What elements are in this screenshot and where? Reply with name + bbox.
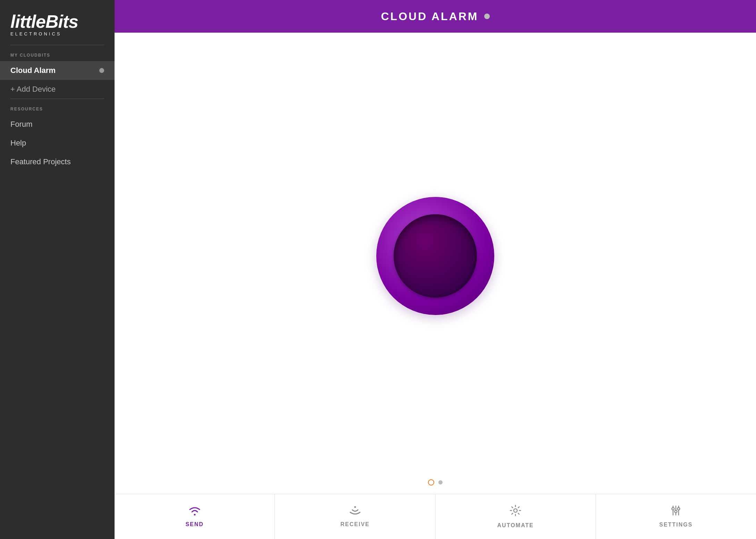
big-button-inner[interactable] [394,214,477,298]
big-button-container [376,33,494,479]
big-button-outer[interactable] [376,197,494,315]
svg-point-0 [194,514,195,516]
tab-settings[interactable]: SETTINGS [596,494,756,539]
sidebar-item-cloud-alarm[interactable]: Cloud Alarm [0,61,115,80]
help-label: Help [10,139,26,148]
svg-point-2 [514,509,517,512]
status-dot [99,68,104,73]
add-device-button[interactable]: + Add Device [0,80,115,99]
tab-receive-label: RECEIVE [341,521,370,528]
bottom-nav: SEND RECEIVE AUTOMATE [115,494,756,539]
cloud-alarm-name: Cloud Alarm [10,66,56,75]
tab-send[interactable]: SEND [115,494,275,539]
tab-send-label: SEND [185,521,203,528]
main-content [115,33,756,494]
logo-main: littleBits [10,13,104,31]
page-header: CLOUD ALARM [115,0,756,33]
my-cloudbits-label: MY CLOUDBITS [0,45,115,61]
resources-label: RESOURCES [0,99,115,115]
logo-sub: ELECTRONICS [10,31,104,36]
tab-receive[interactable]: RECEIVE [275,494,435,539]
settings-icon [670,505,681,518]
sidebar-item-help[interactable]: Help [0,134,115,152]
dots-row [428,479,443,494]
svg-point-7 [675,511,677,513]
tab-settings-label: SETTINGS [659,522,692,528]
send-icon [188,506,201,518]
header-status-dot [484,14,490,19]
sidebar: littleBits ELECTRONICS MY CLOUDBITS Clou… [0,0,115,539]
sidebar-item-featured-projects[interactable]: Featured Projects [0,152,115,171]
tab-automate-label: AUTOMATE [497,522,534,529]
page-title: CLOUD ALARM [381,10,479,23]
svg-point-8 [678,508,680,510]
main-area: CLOUD ALARM SEND [115,0,756,539]
dot-indicator-orange[interactable] [428,479,434,486]
logo-area: littleBits ELECTRONICS [0,0,115,45]
automate-icon [510,505,521,519]
svg-point-6 [672,508,674,510]
svg-point-1 [354,506,356,508]
forum-label: Forum [10,120,33,129]
dot-indicator-gray[interactable] [438,480,443,484]
receive-icon [349,506,361,518]
featured-projects-label: Featured Projects [10,157,71,166]
sidebar-item-forum[interactable]: Forum [0,115,115,134]
tab-automate[interactable]: AUTOMATE [436,494,596,539]
